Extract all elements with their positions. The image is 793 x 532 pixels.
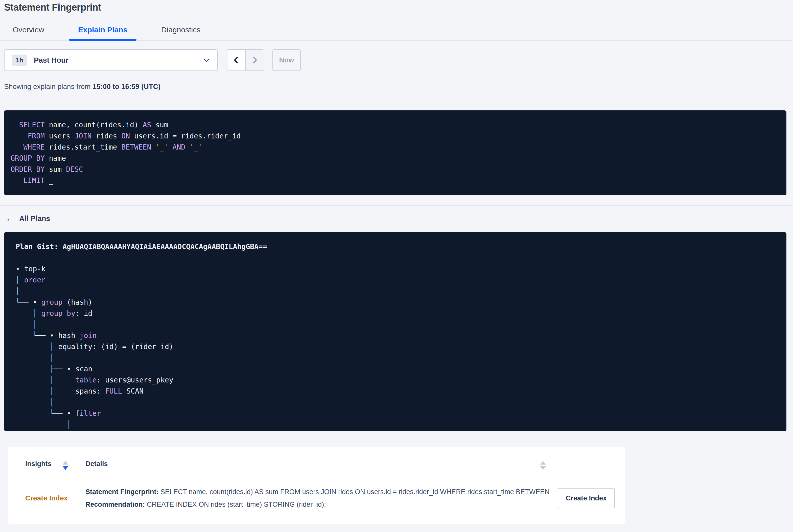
sql-statement-block: SELECT name, count(rides.id) AS sum FROM… <box>4 110 787 195</box>
now-button[interactable]: Now <box>272 49 301 71</box>
fingerprint-label: Statement Fingerprint: <box>86 488 159 496</box>
insights-table-card: Insights Details Create Index Statement … <box>8 448 625 524</box>
time-controls: 1h Past Hour Now <box>4 49 793 71</box>
column-header-details-cell: Details <box>86 460 108 468</box>
summary-range: 15:00 to 16:59 (UTC) <box>93 82 161 91</box>
table-row: Create Index Statement Fingerprint: SELE… <box>8 477 625 511</box>
insights-table-header: Insights Details <box>8 448 625 477</box>
chevron-left-icon <box>232 56 241 65</box>
plan-gist-block: Plan Gist: AgHUAQIABQAAAAHYAQIAiAEAAAADC… <box>4 232 787 431</box>
tab-diagnostics[interactable]: Diagnostics <box>161 25 201 40</box>
tab-overview[interactable]: Overview <box>12 25 45 40</box>
time-range-summary: Showing explain plans from 15:00 to 16:5… <box>4 82 793 91</box>
time-nav-group <box>227 49 264 71</box>
row-divider <box>8 518 625 518</box>
tab-bar: Overview Explain Plans Diagnostics <box>0 25 793 41</box>
statement-fingerprint-page: Statement Fingerprint Overview Explain P… <box>0 2 793 532</box>
statement-fingerprint-line: Statement Fingerprint: SELECT name, coun… <box>86 486 552 498</box>
prev-time-button[interactable] <box>227 50 246 71</box>
column-header-insights[interactable]: Insights <box>25 460 52 471</box>
all-plans-link[interactable]: ← All Plans <box>5 213 50 224</box>
summary-prefix: Showing explain plans from <box>4 82 93 91</box>
tab-explain-plans[interactable]: Explain Plans <box>78 25 128 40</box>
column-header-details[interactable]: Details <box>86 460 108 471</box>
section-divider <box>0 205 793 206</box>
chevron-right-icon <box>250 56 259 65</box>
arrow-left-icon: ← <box>5 213 14 224</box>
fingerprint-text: SELECT name, count(rides.id) AS sum FROM… <box>159 488 552 496</box>
chevron-down-icon <box>202 56 211 64</box>
insight-type-link[interactable]: Create Index <box>25 494 86 502</box>
recommendation-label: Recommendation: <box>86 501 145 508</box>
time-range-dropdown[interactable]: 1h Past Hour <box>4 49 218 71</box>
page-title: Statement Fingerprint <box>4 2 793 13</box>
recommendation-text: CREATE INDEX ON rides (start_time) STORI… <box>145 501 326 508</box>
insight-details-cell: Statement Fingerprint: SELECT name, coun… <box>86 486 552 511</box>
column-header-insights-cell: Insights <box>25 460 86 471</box>
sort-icon-insights[interactable] <box>63 461 68 470</box>
all-plans-label: All Plans <box>19 214 50 223</box>
time-range-badge: 1h <box>12 55 27 66</box>
time-range-label: Past Hour <box>34 56 69 64</box>
create-index-button[interactable]: Create Index <box>558 488 615 508</box>
sort-icon-details[interactable] <box>540 461 546 470</box>
next-time-button[interactable] <box>246 50 264 71</box>
recommendation-line: Recommendation: CREATE INDEX ON rides (s… <box>86 498 552 511</box>
